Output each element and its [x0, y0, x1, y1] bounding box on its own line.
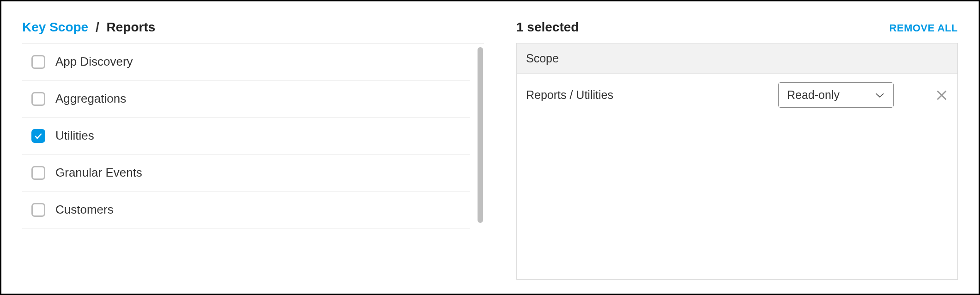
permission-value: Read-only	[787, 88, 840, 102]
scope-item-label: App Discovery	[55, 55, 133, 69]
scope-list: App Discovery Aggregations Utilities Gra…	[22, 43, 484, 228]
breadcrumb: Key Scope / Reports	[22, 20, 484, 43]
checkbox[interactable]	[31, 203, 45, 217]
scope-item-granular-events[interactable]: Granular Events	[22, 154, 470, 191]
scope-item-aggregations[interactable]: Aggregations	[22, 80, 470, 117]
remove-row-button[interactable]	[935, 89, 948, 102]
permission-select[interactable]: Read-only	[778, 82, 894, 108]
checkbox[interactable]	[31, 166, 45, 180]
breadcrumb-separator: /	[92, 20, 103, 35]
checkbox[interactable]	[31, 55, 45, 69]
selected-header: 1 selected REMOVE ALL	[516, 20, 958, 43]
scope-picker-panel: Key Scope / Reports App Discovery Aggreg…	[22, 20, 484, 280]
selected-table: Scope Reports / Utilities Read-only	[516, 43, 958, 280]
scope-path: Reports / Utilities	[526, 88, 778, 102]
chevron-down-icon	[875, 92, 885, 98]
scope-item-label: Granular Events	[55, 166, 142, 180]
check-icon	[34, 131, 43, 141]
breadcrumb-root-link[interactable]: Key Scope	[22, 20, 88, 35]
scope-item-utilities[interactable]: Utilities	[22, 117, 470, 154]
breadcrumb-current: Reports	[107, 20, 156, 35]
checkbox[interactable]	[31, 129, 45, 143]
table-row: Reports / Utilities Read-only	[517, 74, 957, 116]
scope-item-label: Utilities	[55, 129, 94, 143]
scope-item-label: Customers	[55, 203, 114, 217]
scrollbar-thumb[interactable]	[478, 47, 483, 223]
table-header-scope: Scope	[517, 43, 957, 74]
remove-all-button[interactable]: REMOVE ALL	[889, 22, 958, 34]
close-icon	[935, 89, 948, 102]
checkbox[interactable]	[31, 92, 45, 106]
selected-scopes-panel: 1 selected REMOVE ALL Scope Reports / Ut…	[516, 20, 958, 280]
scrollbar[interactable]	[478, 47, 484, 223]
scope-item-customers[interactable]: Customers	[22, 191, 470, 228]
scope-item-app-discovery[interactable]: App Discovery	[22, 43, 470, 80]
scope-item-label: Aggregations	[55, 92, 126, 106]
selected-count: 1 selected	[516, 20, 579, 35]
